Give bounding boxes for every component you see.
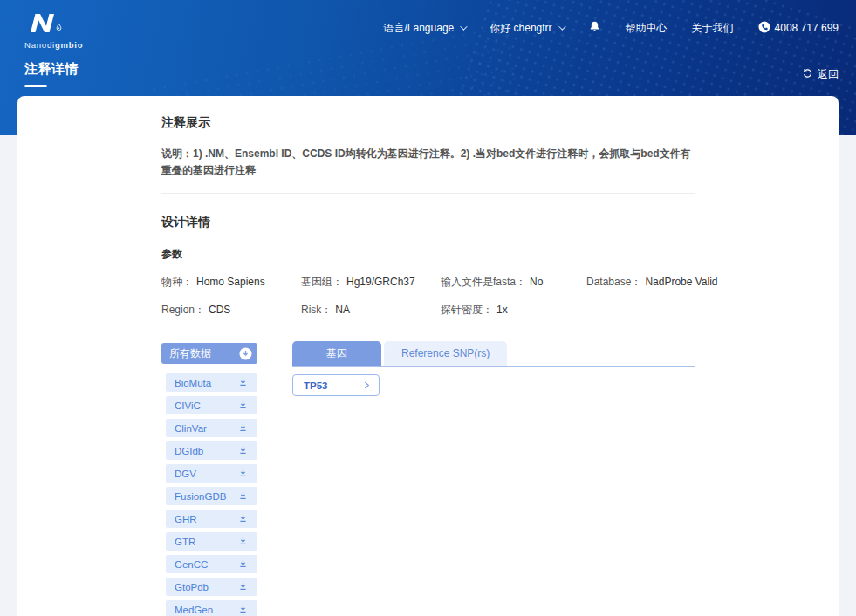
- database-item-label: GHR: [175, 514, 197, 524]
- database-item-label: DGV: [175, 469, 196, 479]
- content-card: 注释展示 说明：1) .NM、Ensembl ID、CCDS ID均转化为基因进…: [17, 96, 839, 616]
- annotation-display-heading: 注释展示: [161, 115, 695, 131]
- database-item[interactable]: GtoPdb: [166, 578, 257, 596]
- database-item-label: BioMuta: [175, 378, 211, 388]
- divider: [161, 193, 695, 194]
- logo-wordmark: Nanodigmbio: [24, 40, 83, 50]
- tab-reference-snp[interactable]: Reference SNP(rs): [384, 341, 507, 366]
- parameter-label: 基因组：: [301, 276, 343, 288]
- parameter: 探针密度：1x: [441, 303, 586, 318]
- title-underline: [24, 85, 47, 87]
- parameter: Region：CDS: [161, 303, 301, 318]
- database-item-label: ClinVar: [175, 423, 207, 434]
- parameter-value: No: [530, 276, 543, 288]
- database-item[interactable]: BioMuta: [166, 373, 257, 392]
- parameters-title: 参数: [161, 247, 695, 262]
- user-menu[interactable]: 你好 chengtrr: [490, 21, 563, 36]
- download-icon[interactable]: [238, 377, 248, 388]
- chevron-down-icon: [558, 23, 565, 30]
- back-button[interactable]: 返回: [802, 67, 839, 82]
- undo-arrow-icon: [802, 67, 813, 81]
- database-item[interactable]: MedGen: [166, 600, 257, 616]
- download-icon[interactable]: [238, 400, 248, 411]
- design-details-heading: 设计详情: [161, 215, 695, 230]
- parameter-label: Region：: [161, 304, 205, 316]
- database-item[interactable]: DGV: [166, 464, 257, 483]
- gene-label: TP53: [304, 380, 328, 391]
- download-icon[interactable]: [238, 604, 248, 615]
- logo-n-icon: [24, 11, 70, 39]
- download-icon[interactable]: [238, 422, 248, 434]
- database-list: BioMuta CIViC: [166, 373, 257, 616]
- parameter-label: 探针密度：: [441, 304, 493, 316]
- database-item-label: MedGen: [175, 605, 213, 615]
- tab-gene[interactable]: 基因: [292, 341, 381, 366]
- data-area: 所有数据 BioMuta: [161, 343, 695, 616]
- database-item[interactable]: DGIdb: [166, 441, 257, 460]
- download-icon[interactable]: [238, 536, 248, 547]
- chevron-right-icon: [363, 380, 371, 391]
- chevron-down-icon: [460, 23, 467, 30]
- parameter-value: 1x: [496, 304, 508, 316]
- database-item-label: DGIdb: [175, 446, 203, 456]
- database-item[interactable]: GenCC: [166, 555, 257, 573]
- parameter-label: 物种：: [161, 276, 193, 288]
- parameter-label: Database：: [586, 276, 641, 288]
- page-title: 注释详情: [24, 61, 79, 78]
- parameter-label: 输入文件是fasta：: [441, 276, 526, 288]
- brand-logo[interactable]: Nanodigmbio: [24, 11, 83, 50]
- parameter: 基因组：Hg19/GRCh37: [301, 275, 441, 290]
- parameter: Risk：NA: [301, 303, 441, 318]
- page-title-block: 注释详情: [24, 61, 79, 87]
- top-navigation: 语言/Language 你好 chengtrr 帮助中心 关于我们: [384, 20, 839, 36]
- parameter: 物种：Homo Sapiens: [161, 275, 301, 290]
- download-icon[interactable]: [238, 558, 248, 570]
- databases-sidebar: 所有数据 BioMuta: [161, 343, 257, 616]
- tab-strip: 基因 Reference SNP(rs): [292, 343, 695, 367]
- download-icon[interactable]: [238, 490, 248, 502]
- database-item-label: CIViC: [175, 400, 201, 411]
- parameter: Database：NadProbe Valid: [586, 275, 718, 290]
- database-item-label: GtoPdb: [175, 582, 209, 592]
- parameter-grid: 物种：Homo Sapiens 基因组：Hg19/GRCh37 输入文件是fas…: [161, 275, 695, 318]
- top-bar: Nanodigmbio 语言/Language 你好 chengtrr: [0, 0, 856, 50]
- annotation-note: 说明：1) .NM、Ensembl ID、CCDS ID均转化为基因进行注释。2…: [161, 146, 695, 179]
- parameter-value: NadProbe Valid: [645, 276, 717, 288]
- help-center-link[interactable]: 帮助中心: [626, 21, 668, 36]
- download-icon[interactable]: [238, 513, 248, 524]
- database-item[interactable]: FusionGDB: [166, 487, 257, 505]
- database-item-label: GTR: [175, 537, 195, 547]
- database-item[interactable]: CIViC: [166, 396, 257, 414]
- database-item[interactable]: GHR: [166, 510, 257, 528]
- database-item-label: FusionGDB: [175, 491, 226, 502]
- bell-icon: [588, 20, 601, 36]
- parameter-value: NA: [335, 304, 350, 316]
- notifications-button[interactable]: [588, 20, 601, 36]
- hotline-number: 4008 717 699: [758, 21, 839, 36]
- download-icon[interactable]: [238, 468, 248, 479]
- gene-row: TP53: [292, 374, 695, 396]
- parameter-value: Homo Sapiens: [196, 276, 265, 288]
- title-bar: 注释详情 返回: [0, 50, 856, 87]
- parameter-label: Risk：: [301, 304, 332, 316]
- results-panel: 基因 Reference SNP(rs) TP53: [292, 343, 695, 616]
- divider: [161, 332, 695, 332]
- download-all-icon[interactable]: [239, 347, 252, 360]
- database-item-label: GenCC: [175, 559, 208, 570]
- all-data-label: 所有数据: [169, 346, 211, 361]
- database-item[interactable]: ClinVar: [166, 419, 257, 437]
- database-item[interactable]: GTR: [166, 532, 257, 551]
- language-menu[interactable]: 语言/Language: [384, 21, 466, 36]
- all-data-header: 所有数据: [161, 343, 257, 364]
- parameter: 输入文件是fasta：No: [441, 275, 586, 290]
- parameter-value: CDS: [209, 304, 230, 316]
- phone-icon: [758, 21, 775, 36]
- about-us-link[interactable]: 关于我们: [692, 21, 734, 36]
- download-icon[interactable]: [238, 581, 248, 592]
- parameter-value: Hg19/GRCh37: [346, 276, 415, 288]
- download-icon[interactable]: [238, 445, 248, 456]
- gene-tp53-button[interactable]: TP53: [292, 374, 380, 396]
